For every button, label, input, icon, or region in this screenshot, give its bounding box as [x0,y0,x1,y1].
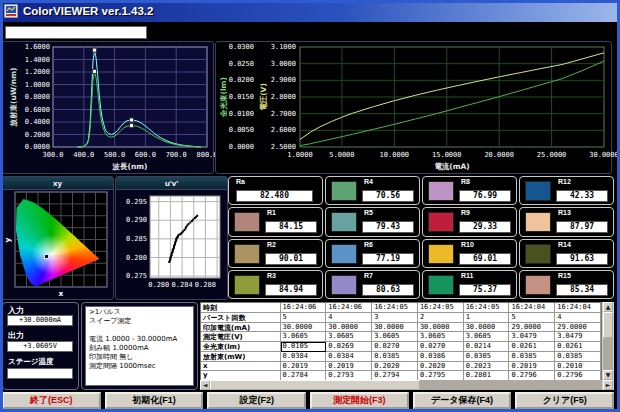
cri-label-R4: R4 [364,178,373,185]
table-cell[interactable]: 3 [372,313,418,323]
table-cell[interactable]: 2 [418,313,464,323]
table-cell[interactable]: 3.0479 [555,332,601,342]
table-cell[interactable]: 0.0269 [326,342,372,352]
row-label: バースト回数 [201,313,281,323]
stage-temp-value[interactable] [7,368,73,379]
table-cell[interactable]: 0.0305 [464,352,510,362]
table-cell[interactable]: 29.0000 [509,323,555,333]
axis-tick-label: 0.290 [120,216,147,224]
save-data-button[interactable]: データ保存(F4) [413,392,512,409]
table-cell[interactable]: 3.0605 [464,332,510,342]
cri-swatch-R8 [428,181,454,201]
table-cell[interactable]: 16:24:04 [509,303,555,313]
message-line: >1パルス [89,308,190,317]
table-cell[interactable]: 0.2019 [326,362,372,372]
table-cell[interactable]: 16:24:04 [555,303,601,313]
table-cell[interactable]: 0.0261 [509,342,555,352]
cri-tile-R9: R929.33 [422,207,517,236]
cri-label-R10: R10 [461,241,474,248]
clear-button[interactable]: クリア(F5) [515,392,614,409]
init-button[interactable]: 初期化(F1) [105,392,204,409]
table-scroll-up-button[interactable]: ▲ [603,302,613,312]
table-scroll-right-button[interactable]: ► [603,380,613,390]
table-cell[interactable]: 3.0605 [326,332,372,342]
table-cell[interactable]: 3.0605 [281,332,327,342]
table-cell[interactable]: 0.0270 [372,342,418,352]
table-cell[interactable]: 30.0000 [372,323,418,333]
table-row-4: 全光束(lm)0.01050.02690.02700.02700.02140.0… [201,342,601,352]
table-cell[interactable]: 0.0386 [418,352,464,362]
table-cell[interactable]: 0.0385 [509,352,555,362]
table-cell[interactable]: 29.0000 [555,323,601,333]
axis-tick-label: 1.6000 [11,43,50,51]
message-line [89,326,190,335]
table-cell[interactable]: 16:24:06 [326,303,372,313]
table-cell[interactable]: 0.0261 [555,342,601,352]
table-cell[interactable]: 0.0385 [555,352,601,362]
table-cell[interactable]: 0.0270 [418,342,464,352]
cri-tile-R15: R1585.34 [519,270,614,299]
table-cell[interactable]: 16:24:06 [281,303,327,313]
cri-label-R2: R2 [267,241,276,248]
table-cell[interactable]: 0.2019 [509,362,555,372]
axis-tick-label: 0.0300 [218,43,254,51]
measurement-settings-panel: >1パルススイープ測定 電流 1.0000 - 30.0000mA刻み幅 1.0… [81,302,198,390]
table-cell[interactable]: 30.0000 [281,323,327,333]
table-cell[interactable]: 0.0385 [372,352,418,362]
axis-tick-label: 1.4000 [11,56,50,64]
table-cell[interactable]: 3.0605 [418,332,464,342]
comment-input[interactable] [5,26,147,39]
table-scroll-down-button[interactable]: ▼ [603,370,613,380]
table-cell[interactable]: 0.0384 [281,352,327,362]
output-value[interactable]: +3.0605V [7,341,73,352]
title-bar[interactable]: ColorVIEWER ver.1.43.2 [0,0,620,22]
input-value[interactable]: +30.0000mA [7,315,73,326]
cri-value-R10: 69.01 [459,253,511,265]
cri-value-R13: 87.97 [556,221,608,233]
table-cell[interactable]: 16:24:05 [464,303,510,313]
row-label: 放射束(mW) [201,352,281,362]
table-cell[interactable]: 0.0105 [281,342,327,352]
table-cell[interactable]: 0.2010 [555,362,601,372]
table-cell[interactable]: 0.2020 [372,362,418,372]
cri-value-R14: 91.63 [556,253,608,265]
table-cell[interactable]: 0.2019 [281,362,327,372]
table-cell[interactable]: 4 [326,313,372,323]
exit-button[interactable]: 終了(ESC) [2,392,101,409]
axis-tick-label: 10.0000 [377,151,411,159]
table-cell[interactable]: 0.2023 [464,362,510,372]
tab-uv[interactable]: u'v' [116,177,227,190]
table-cell[interactable]: 16:24:05 [372,303,418,313]
axis-tick-label: 5.0000 [325,151,359,159]
table-cell[interactable]: 0.0384 [326,352,372,362]
table-cell[interactable]: 4 [555,313,601,323]
message-line: 刻み幅 1.0000mA [89,344,190,353]
table-cell[interactable]: 3.0605 [372,332,418,342]
row-label: 全光束(lm) [201,342,281,352]
table-cell[interactable]: 0.0214 [464,342,510,352]
message-line: 電流 1.0000 - 30.0000mA [89,335,190,344]
table-cell[interactable]: 5 [281,313,327,323]
table-cell[interactable]: 30.0000 [418,323,464,333]
uv-chart-body: 0.2750.2800.2850.2900.2950.2800.2840.288 [116,190,227,298]
axis-tick-label: 15.0000 [430,151,464,159]
table-cell[interactable]: 5 [509,313,555,323]
table-cell[interactable]: 16:24:05 [418,303,464,313]
cri-tile-R14: R1491.63 [519,239,614,268]
table-hscrollbar-thumb[interactable] [210,380,420,390]
tab-xy[interactable]: xy [2,177,113,190]
table-scroll-left-button[interactable]: ◄ [200,380,210,390]
measurement-settings-text: >1パルススイープ測定 電流 1.0000 - 30.0000mA刻み幅 1.0… [85,306,194,386]
settings-button[interactable]: 設定(F2) [207,392,306,409]
table-cell[interactable]: 1 [464,313,510,323]
message-line: 測定間隔 1000msec [89,362,190,371]
cri-tile-Ra: Ra82.480 [228,176,323,205]
table-cell[interactable]: 0.2020 [418,362,464,372]
cri-label-R6: R6 [364,241,373,248]
start-measure-button[interactable]: 測定開始(F3) [310,392,409,409]
xy-xlabel: x [15,289,107,298]
table-cell[interactable]: 30.0000 [464,323,510,333]
table-cell[interactable]: 3.0479 [509,332,555,342]
table-vscrollbar-thumb[interactable] [603,312,613,338]
table-cell[interactable]: 30.0000 [326,323,372,333]
